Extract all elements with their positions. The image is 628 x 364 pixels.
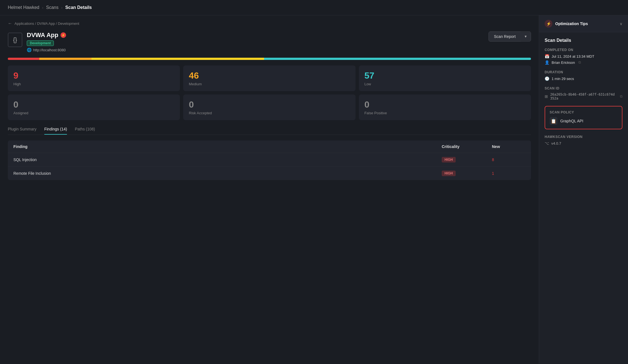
stat-card-medium: 46 Medium <box>183 65 355 91</box>
scan-report-dropdown-button[interactable]: ▼ <box>521 32 531 41</box>
back-arrow-icon: ← <box>8 21 12 26</box>
criticality-badge-0: HIGH <box>442 157 492 162</box>
tag-icon: ⌥ <box>545 141 549 145</box>
back-breadcrumb[interactable]: ← Applications / DVWA App / Development <box>8 21 531 26</box>
scan-policy-name: GraphQL API <box>560 119 583 123</box>
scan-report-button-group: Scan Report ▼ <box>489 31 531 42</box>
calendar-icon: 📅 <box>545 54 549 59</box>
col-criticality: Criticality <box>442 144 492 149</box>
top-nav: Helmet Hawked › Scans › Scan Details <box>0 0 628 15</box>
scan-details-title: Scan Details <box>545 38 622 43</box>
finding-name-1: Remote File Inclusion <box>13 171 442 176</box>
nav-chevron-2: › <box>61 6 62 10</box>
completed-user-text: Brian Erickson <box>552 60 575 65</box>
completed-user-row: 👤 Brian Erickson ⧉ <box>545 60 622 65</box>
scan-policy-label: Scan Policy <box>550 110 617 114</box>
app-name-row: DVWA App ⚡ <box>27 31 66 39</box>
col-finding: Finding <box>13 144 442 149</box>
scan-id-row: ⊞ 26a265cb-8b46-458f-a67f-631c674d352a ⧉ <box>545 93 622 100</box>
tab-findings[interactable]: Findings (14) <box>44 127 67 135</box>
lightning-badge-icon: ⚡ <box>61 32 66 38</box>
scan-id-label: Scan ID <box>545 86 622 90</box>
optimization-tips[interactable]: ⚡ Optimization Tips ∨ <box>539 15 628 32</box>
env-badge[interactable]: Development <box>27 40 54 46</box>
nav-chevron-1: › <box>42 6 43 10</box>
stat-value-high: 9 <box>13 71 174 81</box>
brand-link[interactable]: Helmet Hawked <box>8 5 39 10</box>
finding-name-0: SQL Injection <box>13 157 442 162</box>
stat-label-high: High <box>13 82 174 86</box>
stat-label-medium: Medium <box>189 82 350 86</box>
stats-grid-top: 9 High 46 Medium 57 Low <box>8 65 531 91</box>
table-header: Finding Criticality New <box>8 140 531 153</box>
progress-seg-red <box>8 58 39 60</box>
stat-card-risk-accepted: 0 Risk Accepted <box>183 94 355 120</box>
stat-label-low: Low <box>364 82 525 86</box>
user-icon: 👤 <box>545 60 549 65</box>
tab-paths[interactable]: Paths (108) <box>75 127 95 135</box>
scan-policy-value: 📋 GraphQL API <box>550 117 617 125</box>
table-row[interactable]: Remote File Inclusion HIGH 1 <box>8 166 531 180</box>
stat-label-risk-accepted: Risk Accepted <box>189 111 350 115</box>
hawkscan-version-text: v4.0.7 <box>551 141 561 145</box>
completed-on-label: Completed On <box>545 48 622 52</box>
scans-link[interactable]: Scans <box>46 5 58 10</box>
clock-icon: 🕐 <box>545 76 549 81</box>
policy-icon: 📋 <box>550 117 557 125</box>
copy-user-icon[interactable]: ⧉ <box>578 60 581 65</box>
scan-id-text: 26a265cb-8b46-458f-a67f-631c674d352a <box>550 93 617 100</box>
tab-plugin-summary[interactable]: Plugin Summary <box>8 127 37 135</box>
progress-seg-orange <box>39 58 92 60</box>
stat-value-false-positive: 0 <box>364 100 525 110</box>
app-url-text: http://localhost:8080 <box>33 48 66 52</box>
new-count-0: 8 <box>492 157 525 162</box>
criticality-high-badge-0: HIGH <box>442 157 456 162</box>
findings-table: Finding Criticality New SQL Injection HI… <box>8 140 531 180</box>
opt-tips-left: ⚡ Optimization Tips <box>545 20 588 28</box>
progress-seg-teal <box>264 58 531 60</box>
stat-card-low: 57 Low <box>359 65 531 91</box>
new-count-1: 1 <box>492 171 525 176</box>
stat-label-false-positive: False Positive <box>364 111 525 115</box>
stat-value-risk-accepted: 0 <box>189 100 350 110</box>
table-row[interactable]: SQL Injection HIGH 8 <box>8 153 531 166</box>
stats-grid-bottom: 0 Assigned 0 Risk Accepted 0 False Posit… <box>8 94 531 120</box>
app-name-text: DVWA App <box>27 31 58 39</box>
app-header: {} DVWA App ⚡ Development 🌐 http://local… <box>8 31 531 52</box>
back-breadcrumb-text: Applications / DVWA App / Development <box>15 21 79 26</box>
app-header-left: {} DVWA App ⚡ Development 🌐 http://local… <box>8 31 66 52</box>
scan-policy-box: Scan Policy 📋 GraphQL API <box>545 106 622 129</box>
copy-scan-id-icon[interactable]: ⧉ <box>620 94 622 99</box>
progress-seg-yellow <box>91 58 264 60</box>
globe-icon: 🌐 <box>27 48 32 52</box>
scan-report-main-button[interactable]: Scan Report <box>489 32 521 41</box>
current-page-label: Scan Details <box>65 5 92 10</box>
criticality-badge-1: HIGH <box>442 171 492 176</box>
app-url: 🌐 http://localhost:8080 <box>27 48 66 52</box>
app-info: DVWA App ⚡ Development 🌐 http://localhos… <box>27 31 66 52</box>
opt-tips-icon: ⚡ <box>545 20 552 28</box>
opt-tips-label: Optimization Tips <box>555 21 588 26</box>
scan-details-panel: Scan Details Completed On 📅 Jul 11, 2024… <box>539 32 628 157</box>
completed-on-section: Completed On 📅 Jul 11, 2024 at 13:34 MDT… <box>545 48 622 65</box>
criticality-high-badge-1: HIGH <box>442 171 456 176</box>
duration-value-text: 1 min 29 secs <box>552 77 574 81</box>
scan-id-section: Scan ID ⊞ 26a265cb-8b46-458f-a67f-631c67… <box>545 86 622 100</box>
stat-card-assigned: 0 Assigned <box>8 94 180 120</box>
duration-row: 🕐 1 min 29 secs <box>545 76 622 81</box>
hawkscan-label: HawkScan Version <box>545 135 622 139</box>
stat-card-false-positive: 0 False Positive <box>359 94 531 120</box>
stat-label-assigned: Assigned <box>13 111 174 115</box>
content-area: ← Applications / DVWA App / Development … <box>0 15 539 364</box>
stat-value-assigned: 0 <box>13 100 174 110</box>
right-sidebar: ⚡ Optimization Tips ∨ Scan Details Compl… <box>539 15 628 364</box>
stat-value-medium: 46 <box>189 71 350 81</box>
tabs: Plugin Summary Findings (14) Paths (108) <box>8 127 531 135</box>
hawkscan-section: HawkScan Version ⌥ v4.0.7 <box>545 135 622 145</box>
completed-date-text: Jul 11, 2024 at 13:34 MDT <box>552 54 594 59</box>
main-layout: ← Applications / DVWA App / Development … <box>0 15 628 364</box>
progress-bar <box>8 58 531 60</box>
stat-card-high: 9 High <box>8 65 180 91</box>
duration-label: Duration <box>545 70 622 74</box>
completed-date-row: 📅 Jul 11, 2024 at 13:34 MDT <box>545 54 622 59</box>
